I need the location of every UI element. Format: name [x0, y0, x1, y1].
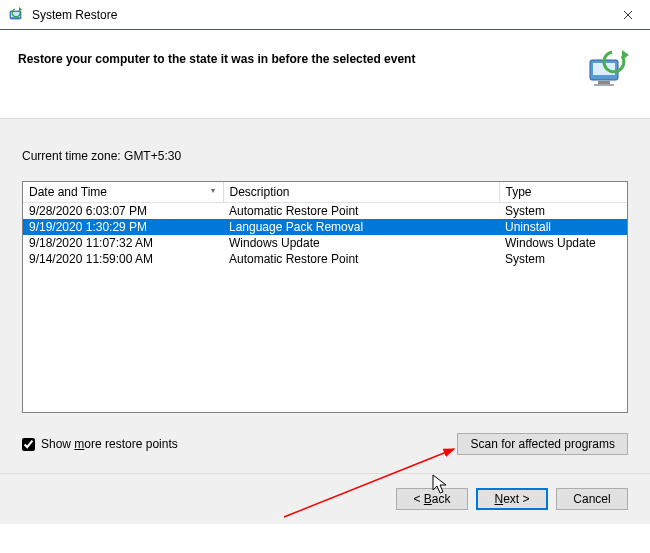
- header: Restore your computer to the state it wa…: [0, 30, 650, 119]
- table-row[interactable]: 9/28/2020 6:03:07 PMAutomatic Restore Po…: [23, 203, 627, 220]
- sort-descending-icon: ▾: [211, 186, 215, 195]
- cell-description: Automatic Restore Point: [223, 203, 499, 220]
- timezone-label: Current time zone: GMT+5:30: [22, 149, 628, 163]
- show-more-checkbox[interactable]: Show more restore points: [22, 437, 178, 451]
- cell-type: System: [499, 203, 627, 220]
- scan-affected-button[interactable]: Scan for affected programs: [457, 433, 628, 455]
- column-header-description[interactable]: Description: [223, 182, 499, 203]
- cell-datetime: 9/28/2020 6:03:07 PM: [23, 203, 223, 220]
- titlebar: System Restore: [0, 0, 650, 30]
- back-button[interactable]: < Back: [396, 488, 468, 510]
- column-header-type[interactable]: Type: [499, 182, 627, 203]
- cell-type: System: [499, 251, 627, 267]
- column-header-datetime[interactable]: Date and Time ▾: [23, 182, 223, 203]
- svg-rect-4: [598, 81, 610, 84]
- restore-icon: [8, 7, 24, 23]
- cell-datetime: 9/14/2020 11:59:00 AM: [23, 251, 223, 267]
- table-row[interactable]: 9/14/2020 11:59:00 AMAutomatic Restore P…: [23, 251, 627, 267]
- close-button[interactable]: [605, 0, 650, 30]
- content-area: Current time zone: GMT+5:30 Date and Tim…: [0, 119, 650, 473]
- table-row[interactable]: 9/19/2020 1:30:29 PMLanguage Pack Remova…: [23, 219, 627, 235]
- restore-points-table[interactable]: Date and Time ▾ Description Type 9/28/20…: [22, 181, 628, 413]
- cell-description: Language Pack Removal: [223, 219, 499, 235]
- cell-type: Windows Update: [499, 235, 627, 251]
- footer: < Back Next > Cancel: [0, 473, 650, 524]
- show-more-label: Show more restore points: [41, 437, 178, 451]
- cancel-button[interactable]: Cancel: [556, 488, 628, 510]
- header-text: Restore your computer to the state it wa…: [18, 50, 572, 66]
- header-restore-icon: [584, 50, 632, 90]
- window-title: System Restore: [32, 8, 605, 22]
- next-button[interactable]: Next >: [476, 488, 548, 510]
- table-row[interactable]: 9/18/2020 11:07:32 AMWindows UpdateWindo…: [23, 235, 627, 251]
- cell-description: Windows Update: [223, 235, 499, 251]
- svg-rect-5: [594, 84, 614, 86]
- cell-datetime: 9/18/2020 11:07:32 AM: [23, 235, 223, 251]
- show-more-checkbox-input[interactable]: [22, 438, 35, 451]
- cell-datetime: 9/19/2020 1:30:29 PM: [23, 219, 223, 235]
- cell-description: Automatic Restore Point: [223, 251, 499, 267]
- cell-type: Uninstall: [499, 219, 627, 235]
